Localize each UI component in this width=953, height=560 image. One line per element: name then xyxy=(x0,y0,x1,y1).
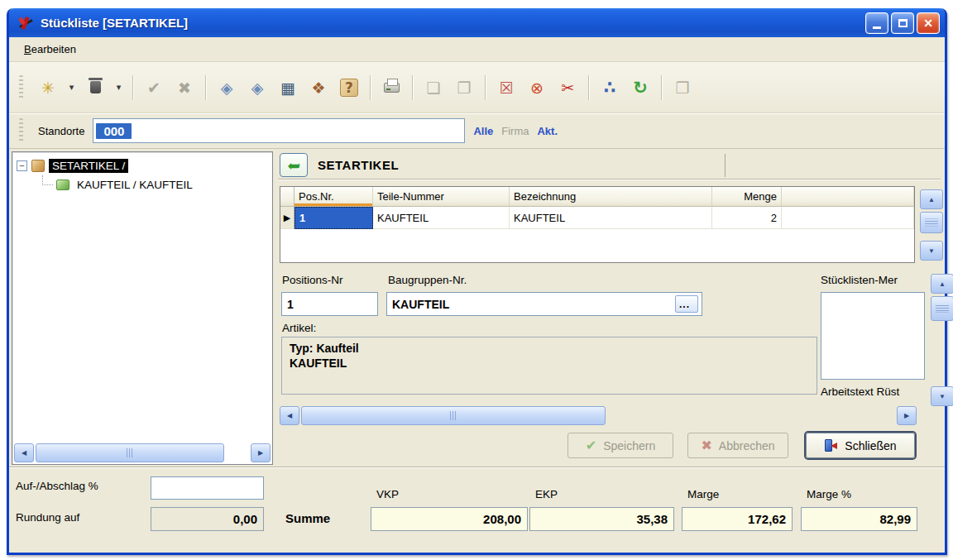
tree-item-setartikel[interactable]: − SETARTIKEL / xyxy=(17,156,272,175)
filterbar-grip[interactable] xyxy=(19,118,23,143)
delete-button[interactable] xyxy=(83,75,108,100)
column-header-posnr[interactable]: Pos.Nr. xyxy=(295,187,373,207)
scroll-up-button[interactable]: ▲ xyxy=(931,274,953,294)
detail-header: ➥ SETARTIKEL xyxy=(278,151,941,179)
org-delete-icon: ☒ xyxy=(499,79,513,97)
where-used-button[interactable]: ? xyxy=(337,75,362,100)
org-remove-button[interactable]: ⊗ xyxy=(524,75,549,100)
confirm-button[interactable]: ✔ xyxy=(141,75,166,100)
scrollbar-thumb[interactable] xyxy=(931,296,953,321)
column-header-teilenummer[interactable]: Teile-Nummer xyxy=(373,187,510,207)
scroll-right-button[interactable]: ▶ xyxy=(251,443,271,462)
scrollbar-track[interactable] xyxy=(931,323,953,384)
column-header-bezeichnung[interactable]: Bezeichnung xyxy=(510,187,712,207)
scroll-left-button[interactable]: ◀ xyxy=(280,406,299,425)
column-header-filler xyxy=(782,187,914,207)
footer-panel: Auf-/Abschlag % Rundung auf 0,00 Summe V… xyxy=(9,467,945,553)
grid-vertical-scrollbar: ▲ ▼ xyxy=(920,189,943,261)
structure-view-alt-button[interactable]: ◈ xyxy=(245,75,270,100)
table-row[interactable]: ▶ 1 KAUFTEIL KAUFTEIL 2 xyxy=(280,207,914,229)
app-window: Stückliste [SETARTIKEL] ✕ Bearbeiten ✳ ▾… xyxy=(7,8,947,555)
cut-links-button[interactable]: ✂ xyxy=(555,75,580,100)
blocks-icon: ❖ xyxy=(311,79,325,97)
positions-nr-input[interactable]: 1 xyxy=(281,292,378,316)
cell-teilenummer[interactable]: KAUFTEIL xyxy=(373,207,510,229)
hierarchy-button[interactable]: ∴ xyxy=(597,75,622,100)
copy-icon: ❐ xyxy=(675,79,689,97)
scroll-down-button[interactable]: ▼ xyxy=(931,386,953,406)
toolbar-grip[interactable] xyxy=(19,75,23,100)
maximize-icon xyxy=(898,19,908,27)
scroll-down-button[interactable]: ▼ xyxy=(920,241,943,261)
navigate-button[interactable]: ➥ xyxy=(280,153,308,177)
block-structure-button[interactable]: ❖ xyxy=(306,75,331,100)
cell-posnr[interactable]: 1 xyxy=(295,207,373,229)
scroll-right-button[interactable]: ▶ xyxy=(897,406,917,425)
baugruppen-nr-label: Baugruppen-Nr. xyxy=(388,274,467,286)
scroll-up-button[interactable]: ▲ xyxy=(920,189,943,209)
marge-value-field: 172,62 xyxy=(682,507,793,531)
menu-item-bearbeiten[interactable]: Bearbeiten xyxy=(17,41,83,58)
print-button[interactable] xyxy=(379,75,404,100)
filter-link-firma[interactable]: Firma xyxy=(501,125,529,137)
tree-item-kaufteil[interactable]: KAUFTEIL / KAUFTEIL xyxy=(42,175,272,194)
stuecklisten-memo-label: Stücklisten-Mer xyxy=(821,274,927,286)
marge-prozent-value-field: 82,99 xyxy=(801,507,917,531)
grid-icon: ▦ xyxy=(280,79,295,97)
table-view-button[interactable]: ▦ xyxy=(275,75,300,100)
cell-bezeichnung[interactable]: KAUFTEIL xyxy=(510,207,712,229)
scissors-icon: ✂ xyxy=(561,79,574,97)
detail-panel: ➥ SETARTIKEL Pos.Nr. Teile-Nummer Bezeic… xyxy=(276,151,942,465)
close-button[interactable]: ✕ xyxy=(917,12,940,34)
scrollbar-track[interactable] xyxy=(226,443,249,462)
standorte-label: Standorte xyxy=(38,125,84,137)
cell-menge[interactable]: 2 xyxy=(712,207,782,229)
discard-button[interactable]: ✖ xyxy=(172,75,197,100)
scrollbar-track[interactable] xyxy=(920,236,943,238)
scroll-left-button[interactable]: ◀ xyxy=(14,443,34,462)
column-header-menge[interactable]: Menge xyxy=(712,187,782,207)
browse-ellipsis-button[interactable]: ... xyxy=(675,295,698,313)
document-copy-button[interactable]: ❐ xyxy=(452,75,476,100)
abbrechen-button[interactable]: ✖ Abbrechen xyxy=(687,433,788,458)
baugruppen-nr-input[interactable]: KAUFTEIL ... xyxy=(386,292,702,316)
stuecklisten-memo-textarea[interactable] xyxy=(821,292,925,380)
minimize-icon xyxy=(873,26,881,29)
tree-item-label: SETARTIKEL / xyxy=(49,159,128,173)
titlebar: Stückliste [SETARTIKEL] ✕ xyxy=(9,8,945,37)
detail-title: SETARTIKEL xyxy=(318,158,399,172)
scrollbar-thumb[interactable] xyxy=(301,406,606,425)
refresh-icon: ↻ xyxy=(633,78,648,98)
grid-header-row: Pos.Nr. Teile-Nummer Bezeichnung Menge xyxy=(280,187,914,207)
hierarchy-icon: ∴ xyxy=(604,78,616,98)
auf-abschlag-input[interactable] xyxy=(151,476,264,500)
refresh-button[interactable]: ↻ xyxy=(628,75,653,100)
scrollbar-thumb[interactable] xyxy=(920,212,943,233)
schliessen-button[interactable]: Schließen xyxy=(806,433,915,458)
new-dropdown-button[interactable]: ▾ xyxy=(66,75,77,100)
document-icon: ❏ xyxy=(426,79,440,97)
tree-collapse-icon[interactable]: − xyxy=(17,160,27,171)
minimize-button[interactable] xyxy=(865,12,888,34)
copy-settings-button[interactable]: ❐ xyxy=(670,75,695,100)
current-row-marker-icon: ▶ xyxy=(284,213,290,223)
maximize-button[interactable] xyxy=(891,12,914,34)
row-selector-header[interactable] xyxy=(280,187,295,207)
delete-dropdown-button[interactable]: ▾ xyxy=(113,75,124,100)
vkp-value-field: 208,00 xyxy=(371,507,528,531)
bom-tree-panel: − SETARTIKEL / KAUFTEIL / KAUFTEIL ◀ ▶ xyxy=(12,151,273,465)
speichern-button[interactable]: ✔ Speichern xyxy=(567,433,673,458)
structure-view-button[interactable]: ◈ xyxy=(214,75,239,100)
standorte-input[interactable]: 000 xyxy=(93,118,465,143)
filter-link-alle[interactable]: Alle xyxy=(473,125,493,137)
filter-link-akt[interactable]: Akt. xyxy=(537,125,558,137)
arbeitstext-label: Arbeitstext Rüst xyxy=(821,385,927,398)
ekp-label: EKP xyxy=(535,488,558,500)
rundung-label: Rundung auf xyxy=(16,511,79,524)
new-button[interactable]: ✳ xyxy=(36,75,60,100)
scrollbar-track[interactable] xyxy=(607,406,895,425)
scrollbar-thumb[interactable] xyxy=(36,443,224,462)
document-button[interactable]: ❏ xyxy=(421,75,446,100)
filterbar: Standorte 000 Alle Firma Akt. xyxy=(9,113,945,149)
org-delete-node-button[interactable]: ☒ xyxy=(494,75,519,100)
